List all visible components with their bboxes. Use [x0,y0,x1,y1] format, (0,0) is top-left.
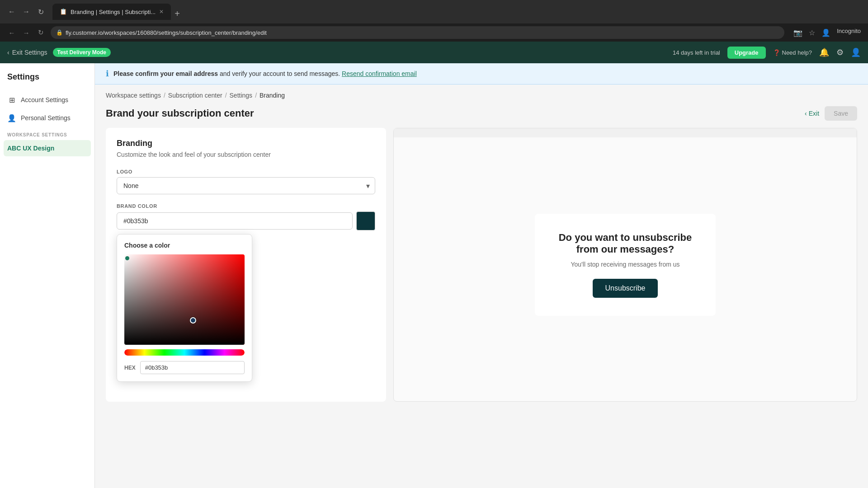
logo-select-wrapper: None Upload logo ▾ [117,177,375,194]
help-icon: ❓ [773,49,780,56]
browser-action-buttons: 📷 ☆ 👤 Incognito [792,28,863,38]
account-settings-icon: ⊞ [7,95,16,104]
upgrade-button[interactable]: Upgrade [727,47,766,59]
preview-question: Do you want to unsubscribe from our mess… [553,232,698,255]
content-area: ℹ Please confirm your email address and … [95,63,868,488]
tab-close-button[interactable]: ✕ [159,9,164,15]
addr-refresh-button[interactable]: ↻ [34,26,47,39]
top-dot-indicator [125,256,129,260]
sidebar-item-account-settings[interactable]: ⊞ Account Settings [0,91,94,109]
preview-subtitle: You'll stop receiving messages from us [553,261,698,268]
tab-bar: 📋 Branding | Settings | Subscripti... ✕ … [52,4,184,20]
app-bar: ‹ Exit Settings Test Delivery Mode 14 da… [0,42,868,63]
logo-select[interactable]: None Upload logo [117,177,375,194]
unsubscribe-preview-button[interactable]: Unsubscribe [593,279,658,298]
sidebar-item-abc-ux-design[interactable]: ABC UX Design [4,140,91,156]
color-gradient-canvas[interactable] [124,254,245,345]
svg-rect-2 [124,349,245,356]
workspace-section-label: Workspace Settings [0,127,94,140]
sidebar-item-personal-label: Personal Settings [21,114,71,122]
tab-favicon: 📋 [60,8,67,15]
back-button[interactable]: ← [5,5,18,18]
color-text-input[interactable] [117,212,353,230]
abc-ux-design-label: ABC UX Design [7,145,54,152]
sidebar-item-personal-settings[interactable]: 👤 Personal Settings [0,109,94,127]
user-avatar-button[interactable]: 👤 [851,47,861,57]
notifications-button[interactable]: 🔔 [819,47,829,57]
confirm-message: Please confirm your email address and ve… [113,70,417,77]
chevron-left-icon-exit: ‹ [805,110,807,117]
exit-link-label: Exit [809,110,819,117]
exit-settings-label: Exit Settings [12,49,47,56]
logo-form-group: LOGO None Upload logo ▾ [117,169,375,194]
sidebar: Settings ⊞ Account Settings 👤 Personal S… [0,63,95,488]
main-layout: Settings ⊞ Account Settings 👤 Personal S… [0,63,868,488]
profile-button[interactable]: 👤 [820,28,832,38]
branding-form-panel: Branding Customize the look and feel of … [106,128,386,402]
need-help-button[interactable]: ❓ Need help? [773,49,812,56]
browser-chrome: ← → ↻ 📋 Branding | Settings | Subscripti… [0,0,868,23]
page-header-actions: ‹ Exit Save [805,106,857,121]
chevron-left-icon: ‹ [7,49,9,56]
sidebar-title: Settings [0,72,94,91]
breadcrumb-sep-2: / [225,92,227,99]
settings-icon-button[interactable]: ⚙ [836,47,844,57]
trial-text: 14 days left in trial [673,49,720,56]
preview-top-bar [394,128,857,137]
exit-link[interactable]: ‹ Exit [805,110,819,117]
lock-icon: 🔒 [56,29,63,36]
color-swatch[interactable] [356,211,375,230]
breadcrumb-sep-1: / [164,92,165,99]
page-header: Brand your subscription center ‹ Exit Sa… [95,103,868,128]
test-delivery-badge: Test Delivery Mode [53,48,111,57]
incognito-label: Incognito [835,28,863,38]
hue-slider-wrapper[interactable] [124,349,245,356]
addr-back-button[interactable]: ← [5,26,18,39]
camera-icon-button[interactable]: 📷 [792,28,804,38]
save-button[interactable]: Save [825,106,857,121]
preview-panel: Do you want to unsubscribe from our mess… [393,128,857,402]
svg-rect-1 [124,254,245,345]
resend-confirmation-link[interactable]: Resend confirmation email [342,70,417,77]
need-help-label: Need help? [782,49,812,56]
preview-card: Do you want to unsubscribe from our mess… [535,214,716,316]
branding-description: Customize the look and feel of your subs… [117,151,375,158]
logo-label: LOGO [117,169,375,174]
color-picker-handle [190,317,196,324]
bookmark-button[interactable]: ☆ [807,28,817,38]
active-tab[interactable]: 📋 Branding | Settings | Subscripti... ✕ [52,4,171,20]
two-col-layout: Branding Customize the look and feel of … [95,128,868,402]
app-bar-right: 14 days left in trial Upgrade ❓ Need hel… [673,47,861,59]
info-icon: ℹ [106,69,109,79]
confirm-rest: and verify your account to send messages… [220,70,340,77]
color-input-row [117,211,375,230]
confirm-bold: Please confirm your email address [113,70,218,77]
new-tab-button[interactable]: + [171,7,184,20]
exit-settings-button[interactable]: ‹ Exit Settings [7,49,47,56]
breadcrumb: Workspace settings / Subscription center… [95,84,868,103]
browser-nav-area: ← → ↻ [5,5,47,18]
color-picker-title: Choose a color [124,242,245,249]
refresh-button[interactable]: ↻ [34,5,47,18]
brand-color-label: BRAND COLOR [117,203,375,209]
address-bar[interactable]: 🔒 fly.customer.io/workspaces/160880/sett… [51,26,784,39]
breadcrumb-subscription-center[interactable]: Subscription center [168,92,222,99]
branding-section-title: Branding [117,139,375,148]
addr-forward-button[interactable]: → [20,26,33,39]
brand-color-form-group: BRAND COLOR Choose a color [117,203,375,382]
address-bar-row: ← → ↻ 🔒 fly.customer.io/workspaces/16088… [0,23,868,42]
hue-slider-svg [124,349,245,356]
breadcrumb-workspace-settings[interactable]: Workspace settings [106,92,161,99]
url-display: fly.customer.io/workspaces/160880/settin… [66,29,779,36]
breadcrumb-settings[interactable]: Settings [230,92,253,99]
hex-label: HEX [124,365,136,371]
breadcrumb-sep-3: / [255,92,257,99]
sidebar-item-account-label: Account Settings [21,96,68,103]
breadcrumb-branding: Branding [259,92,285,99]
hex-input[interactable] [140,361,245,374]
confirm-banner: ℹ Please confirm your email address and … [95,63,868,84]
tab-title: Branding | Settings | Subscripti... [71,9,156,15]
forward-button[interactable]: → [20,5,33,18]
color-picker-popup: Choose a color [117,234,252,382]
hex-row: HEX [124,361,245,374]
